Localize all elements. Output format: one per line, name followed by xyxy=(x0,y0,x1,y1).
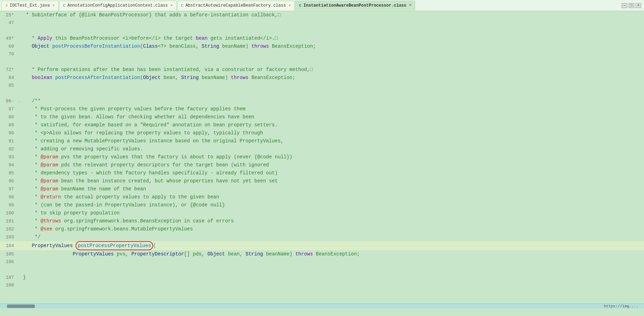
line-86: 86- - /** xyxy=(0,97,644,105)
line-87: 87 * Post-process the given property val… xyxy=(0,105,644,113)
line-69: 69 Object postProcessBeforeInstantiation… xyxy=(0,42,644,50)
line-102: 102 * @see org.springframework.beans.Mut… xyxy=(0,225,644,233)
line-num-101: 101 xyxy=(0,218,18,225)
tab-label-abstractautowire: AbstractAutowireCapableBeanFactory.class xyxy=(185,3,286,8)
close-button[interactable]: × xyxy=(636,3,641,8)
line-num-49: 49* xyxy=(0,35,18,42)
line-num-104: 104 xyxy=(0,242,18,250)
h-scrollbar[interactable]: https://img.... xyxy=(0,303,644,308)
fold-86[interactable]: - xyxy=(18,97,23,105)
line-num-102: 102 xyxy=(0,226,18,233)
line-content-92: * adding or removing specific values. xyxy=(23,145,143,153)
restore-button[interactable]: □ xyxy=(629,3,634,8)
line-content-98: * @return the actual property values to … xyxy=(23,193,219,201)
line-content-96: * @param bean the bean instance created,… xyxy=(23,177,278,185)
line-num-98: 98 xyxy=(0,193,18,201)
line-num-93: 93 xyxy=(0,153,18,161)
line-85: 85 xyxy=(0,82,644,89)
line-blank-end xyxy=(0,266,644,274)
window-controls: — □ × xyxy=(622,3,643,8)
line-content-84: boolean postProcessAfterInstantiation(Ob… xyxy=(23,74,295,81)
line-content-25: * Subinterface of {@link BeanPostProcess… xyxy=(23,11,281,19)
line-108: 108 xyxy=(0,282,644,289)
code-lines: 25* * Subinterface of {@link BeanPostPro… xyxy=(0,11,644,289)
line-num-86: 86- xyxy=(0,97,18,105)
code-area[interactable]: 25* * Subinterface of {@link BeanPostPro… xyxy=(0,11,644,303)
line-content-104: PropertyValues postProcessPropertyValues… xyxy=(23,241,156,250)
line-num-70: 70 xyxy=(0,50,18,58)
line-content-86: /** xyxy=(23,97,40,105)
tab-label-annotationconfig: AnnotationConfigApplicationContext.class xyxy=(67,3,168,8)
line-num-105: 105 xyxy=(0,251,18,258)
line-blank-3 xyxy=(0,89,644,97)
tab-icon-annotationconfig: C xyxy=(63,3,66,8)
line-70: 70 xyxy=(0,50,644,58)
line-num-88: 88 xyxy=(0,113,18,121)
url-hint: https://img.... xyxy=(604,304,644,308)
line-content-72: * Perform operations after the bean has … xyxy=(23,66,313,73)
line-96: 96 * @param bean the bean instance creat… xyxy=(0,177,644,185)
line-content-107: } xyxy=(23,274,26,281)
line-97: 97 * @param beanName the name of the bea… xyxy=(0,185,644,193)
line-num-107: 107 xyxy=(0,274,18,282)
line-content-97: * @param beanName the name of the bean xyxy=(23,185,146,193)
line-num-90: 90 xyxy=(0,129,18,137)
line-content-69: Object postProcessBeforeInstantiation(Cl… xyxy=(23,42,316,50)
tab-instantiation[interactable]: C InstantiationAwareBeanPostProcessor.cl… xyxy=(295,1,415,10)
line-98: 98 * @return the actual property values … xyxy=(0,193,644,201)
line-72: 72* * Perform operations after the bean … xyxy=(0,66,644,74)
editor: 25* * Subinterface of {@link BeanPostPro… xyxy=(0,11,644,308)
line-content-89: * satisfied, for example based on a "Req… xyxy=(23,121,278,129)
line-content-91: * creating a new MutablePropertyValues i… xyxy=(23,137,284,145)
line-num-84: 84 xyxy=(0,74,18,82)
close-icon-annotationconfig[interactable]: × xyxy=(171,4,173,8)
line-91: 91 * creating a new MutablePropertyValue… xyxy=(0,137,644,145)
line-num-69: 69 xyxy=(0,43,18,50)
line-89: 89 * satisfied, for example based on a "… xyxy=(0,121,644,129)
line-num-97: 97 xyxy=(0,185,18,193)
line-content-100: * to skip property population xyxy=(23,209,120,217)
tab-icon-ioctest: J xyxy=(5,3,8,8)
minimize-button[interactable]: — xyxy=(622,3,627,8)
line-num-106: 106 xyxy=(0,258,18,266)
line-num-100: 100 xyxy=(0,210,18,217)
line-num-87: 87 xyxy=(0,105,18,113)
h-scrollbar-thumb[interactable] xyxy=(7,305,35,308)
line-107: 107 } xyxy=(0,274,644,282)
line-blank-1 xyxy=(0,27,644,34)
line-content-99: * (can be the passed-in PropertyValues i… xyxy=(23,201,225,209)
line-content-105: PropertyValues pvs, PropertyDescriptor[]… xyxy=(23,250,360,258)
line-content-103: */ xyxy=(23,233,40,241)
line-content-88: * to the given bean. Allows for checking… xyxy=(23,113,254,121)
line-num-103: 103 xyxy=(0,234,18,241)
tab-annotationconfig[interactable]: C AnnotationConfigApplicationContext.cla… xyxy=(59,1,177,10)
tab-icon-abstractautowire: C xyxy=(181,3,184,8)
close-icon-instantiation[interactable]: × xyxy=(409,3,411,7)
line-num-95: 95 xyxy=(0,169,18,177)
tab-abstractautowire[interactable]: C AbstractAutowireCapableBeanFactory.cla… xyxy=(177,1,295,10)
line-100: 100 * to skip property population xyxy=(0,209,644,217)
line-content-95: * dependency types - which the factory h… xyxy=(23,169,278,177)
line-84: 84 boolean postProcessAfterInstantiation… xyxy=(0,74,644,82)
line-content-49: * Apply this BeanPostProcessor <i>before… xyxy=(23,34,278,42)
tab-label-instantiation: InstantiationAwareBeanPostProcessor.clas… xyxy=(304,3,406,8)
tab-icon-instantiation: C xyxy=(299,3,301,8)
line-92: 92 * adding or removing specific values. xyxy=(0,145,644,153)
close-icon-abstractautowire[interactable]: × xyxy=(289,4,291,8)
line-content-101: * @throws org.springframework.beans.Bean… xyxy=(23,217,234,225)
close-icon-ioctest[interactable]: × xyxy=(53,4,55,8)
line-num-72: 72* xyxy=(0,66,18,74)
line-105: 105 PropertyValues pvs, PropertyDescript… xyxy=(0,250,644,258)
line-num-99: 99 xyxy=(0,202,18,209)
tab-ioctest[interactable]: J IOCTest_Ext.java × xyxy=(1,1,59,10)
line-106: 106 xyxy=(0,258,644,266)
line-25: 25* * Subinterface of {@link BeanPostPro… xyxy=(0,11,644,19)
line-num-108: 108 xyxy=(0,282,18,289)
line-content-87: * Post-process the given property values… xyxy=(23,105,246,113)
line-num-25: 25* xyxy=(0,11,18,19)
line-47: 47 xyxy=(0,19,644,27)
tab-bar: J IOCTest_Ext.java × C AnnotationConfigA… xyxy=(0,0,644,11)
line-num-85: 85 xyxy=(0,82,18,89)
line-93: 93 * @param pvs the property values that… xyxy=(0,153,644,161)
line-99: 99 * (can be the passed-in PropertyValue… xyxy=(0,201,644,209)
